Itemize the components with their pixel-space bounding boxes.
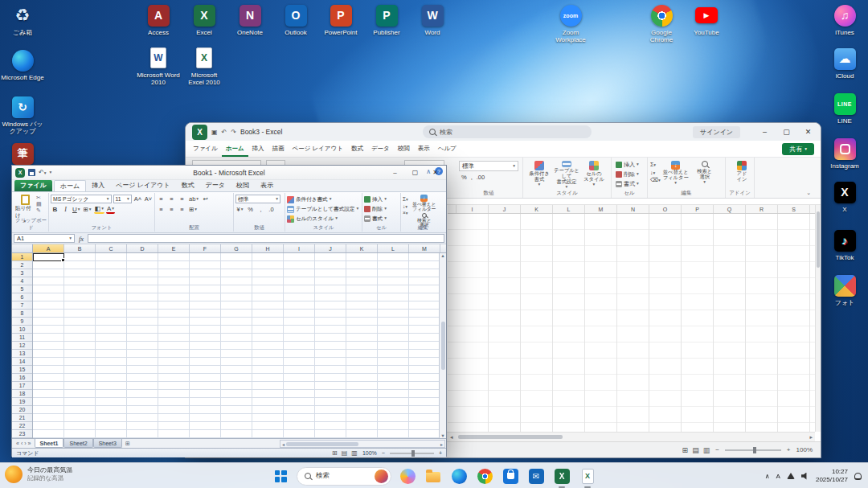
- desktop-icon-instagram[interactable]: Instagram: [823, 137, 866, 170]
- column-header[interactable]: K: [521, 205, 553, 213]
- row-header[interactable]: 12: [12, 342, 32, 350]
- sheet-tab[interactable]: Sheet1: [35, 439, 64, 448]
- desktop-icon-youtube[interactable]: ▶ YouTube: [685, 3, 728, 36]
- desktop-icon-photos[interactable]: フォト: [823, 273, 866, 306]
- fill-button[interactable]: ↓▾: [650, 170, 661, 176]
- undo-icon[interactable]: ↶▾: [39, 169, 46, 176]
- taskbar-file-explorer[interactable]: [424, 466, 443, 486]
- scroll-left-icon[interactable]: ◂: [282, 441, 285, 447]
- zoom-slider[interactable]: [390, 453, 434, 454]
- clear-button[interactable]: ⌫▾: [650, 177, 661, 183]
- ime-indicator[interactable]: A: [776, 473, 780, 480]
- ribbon-tab[interactable]: 数式: [176, 180, 200, 191]
- underline-button[interactable]: U▾: [72, 205, 81, 214]
- wrap-text-icon[interactable]: ↩: [201, 195, 210, 203]
- insert-cells-button[interactable]: 挿入 ▾: [364, 195, 399, 204]
- modern-sheet-grid[interactable]: [448, 214, 815, 432]
- network-icon[interactable]: [787, 473, 795, 479]
- column-header[interactable]: L: [553, 205, 585, 213]
- zoom-slider-thumb[interactable]: [411, 450, 415, 457]
- zoom-out-icon[interactable]: −: [715, 446, 719, 453]
- desktop-icon-recycle-bin[interactable]: ♻ ごみ箱: [1, 3, 44, 36]
- column-header[interactable]: M: [585, 205, 617, 213]
- scroll-right-icon[interactable]: ▸: [809, 434, 813, 441]
- desktop-icon-word-2010[interactable]: W Microsoft Word 2010: [137, 46, 180, 86]
- ribbon-tab[interactable]: 描画: [268, 141, 289, 157]
- minimize-button[interactable]: –: [385, 166, 405, 179]
- row-header[interactable]: 16: [12, 374, 32, 382]
- page-break-view-icon[interactable]: ▥: [351, 449, 358, 457]
- autosum-button[interactable]: Σ▾: [403, 196, 408, 203]
- title-bar-2010[interactable]: X ↶▾ ▾ Book1 - Microsoft Excel – ▢ ✕: [12, 166, 446, 180]
- scroll-left-icon[interactable]: ◂: [450, 434, 453, 441]
- delete-cells-button[interactable]: 削除 ▾: [364, 204, 399, 214]
- close-button[interactable]: ✕: [425, 166, 445, 179]
- row-header[interactable]: 7: [12, 301, 32, 310]
- save-icon[interactable]: ▣: [211, 129, 218, 136]
- format-cells-button[interactable]: 書式 ▾: [364, 214, 399, 223]
- shrink-font-icon[interactable]: A˅: [144, 195, 153, 203]
- normal-view-icon[interactable]: ⊞: [332, 449, 338, 457]
- column-header[interactable]: F: [190, 244, 221, 252]
- formula-input[interactable]: [88, 234, 444, 243]
- row-header[interactable]: 9: [12, 318, 32, 326]
- align-bottom-icon[interactable]: ≡: [178, 195, 186, 203]
- ribbon-tab[interactable]: ファイル: [189, 141, 222, 157]
- desktop-icon-zoom[interactable]: zoom Zoom Workplace: [549, 3, 592, 43]
- taskbar-outlook[interactable]: ✉: [526, 466, 546, 486]
- widgets-button[interactable]: 今日の最高気温 記録的な高温: [5, 465, 72, 483]
- format-painter-icon[interactable]: ✎: [36, 207, 42, 213]
- notifications-bell-icon[interactable]: [854, 473, 862, 480]
- column-header[interactable]: J: [489, 205, 521, 213]
- save-icon[interactable]: [28, 169, 35, 176]
- row-header[interactable]: 14: [12, 358, 32, 366]
- column-header[interactable]: G: [221, 244, 252, 252]
- borders-button[interactable]: ⊞▾: [83, 205, 92, 214]
- horizontal-scrollbar[interactable]: ◂ ▸: [280, 440, 445, 448]
- row-header[interactable]: 5: [12, 285, 32, 293]
- merge-center-icon[interactable]: ⊞▾: [188, 205, 198, 214]
- cells-area[interactable]: [33, 253, 439, 438]
- clear-button[interactable]: ×▾: [403, 210, 408, 216]
- row-header[interactable]: 22: [12, 422, 32, 430]
- desktop-icon-onenote[interactable]: N OneNote: [228, 3, 272, 36]
- sheet-navigation[interactable]: « ‹ › »: [14, 441, 34, 446]
- zoom-slider-thumb[interactable]: [753, 447, 756, 453]
- zoom-level[interactable]: 100%: [362, 450, 377, 456]
- align-middle-icon[interactable]: ≡: [167, 195, 176, 203]
- collapse-ribbon-icon[interactable]: ⌄: [806, 190, 811, 196]
- modern-title-bar[interactable]: X ▣ ↶ ↷ Book3 - Excel 検索 サインイン – ▢ ✕: [186, 123, 821, 141]
- quick-access-toolbar[interactable]: ▣ ↶ ↷: [211, 129, 236, 136]
- name-box[interactable]: A1 ▾: [14, 234, 75, 243]
- next-sheet-icon[interactable]: ›: [24, 441, 26, 446]
- zoom-level[interactable]: 100%: [796, 446, 813, 453]
- row-header[interactable]: 1: [12, 253, 32, 261]
- selected-cell-a1[interactable]: [33, 253, 64, 261]
- page-layout-view-icon[interactable]: ▤: [692, 446, 699, 454]
- row-header[interactable]: 4: [12, 277, 32, 285]
- column-header[interactable]: J: [315, 244, 346, 252]
- page-layout-view-icon[interactable]: ▤: [342, 449, 348, 457]
- horizontal-scrollbar[interactable]: ◂ ▸: [448, 432, 815, 441]
- hidden-icons-chevron[interactable]: ∧: [765, 473, 770, 480]
- ribbon-tab[interactable]: ページ レイアウト: [289, 141, 347, 157]
- ribbon-tab[interactable]: ホーム: [222, 141, 248, 157]
- desktop-icon-tiktok[interactable]: ♪ TikTok: [823, 228, 866, 261]
- redo-icon[interactable]: ↷: [231, 129, 236, 136]
- conditional-formatting-button[interactable]: 条件付き書式 ▾: [287, 195, 360, 204]
- zoom-in-icon[interactable]: +: [439, 450, 442, 456]
- number-format-buttons[interactable]: % , .00: [457, 174, 520, 181]
- quick-access-toolbar[interactable]: X ↶▾ ▾: [15, 168, 51, 178]
- align-left-icon[interactable]: ≡: [157, 205, 166, 214]
- column-header[interactable]: O: [649, 205, 682, 213]
- scroll-up-icon[interactable]: ▲: [440, 253, 444, 258]
- copy-icon[interactable]: ▤: [36, 201, 42, 207]
- cell-styles-button[interactable]: セルのスタイル ▾: [287, 214, 360, 223]
- last-sheet-icon[interactable]: »: [28, 441, 31, 446]
- taskbar-search[interactable]: 検索: [297, 467, 391, 486]
- minimize-button[interactable]: –: [754, 123, 776, 141]
- ribbon-tab[interactable]: 校閲: [394, 141, 414, 157]
- desktop-icon-publisher[interactable]: P Publisher: [365, 3, 408, 36]
- scroll-right-icon[interactable]: ▸: [440, 441, 443, 447]
- autosum-button[interactable]: Σ▾: [650, 162, 661, 168]
